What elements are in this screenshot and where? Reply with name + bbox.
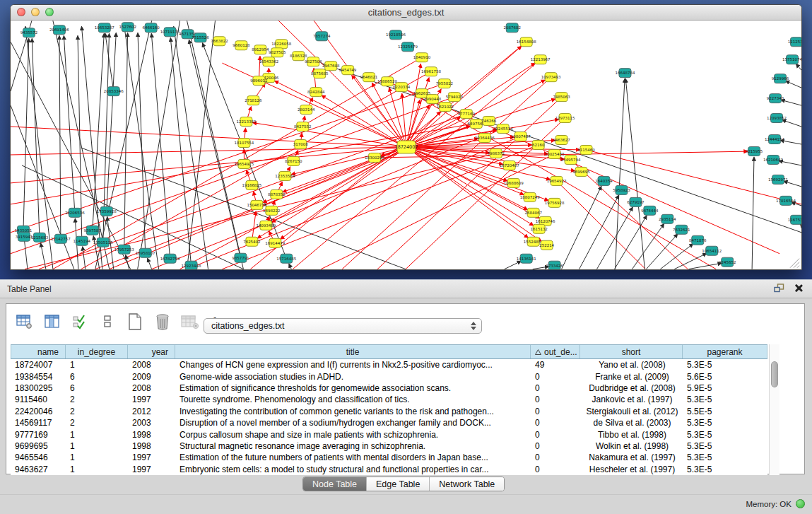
graph-node-15692971[interactable]: 15692971 — [768, 175, 788, 184]
black-edge[interactable] — [625, 78, 645, 269]
table-cell[interactable]: 18300295 — [11, 383, 66, 393]
graph-node-8878352[interactable]: 8878352 — [268, 189, 285, 199]
red-edge[interactable] — [372, 83, 406, 147]
table-cell[interactable]: 14569117 — [11, 418, 66, 428]
column-header-year[interactable]: year — [128, 345, 175, 358]
table-cell[interactable]: 1 — [66, 452, 128, 462]
table-cell[interactable]: 9463627 — [11, 465, 66, 474]
graph-node-9227343[interactable]: 9227343 — [767, 94, 784, 103]
column-header-outde[interactable]: out_de... — [531, 345, 580, 358]
red-edge[interactable] — [557, 181, 646, 269]
table-vertical-scrollbar[interactable] — [769, 344, 779, 475]
table-cell[interactable]: 9699695 — [11, 441, 66, 451]
graph-node-12923448[interactable]: 12923448 — [182, 261, 201, 269]
black-edge[interactable] — [784, 181, 801, 187]
table-cell[interactable]: Embryonic stem cells: a model to study s… — [175, 465, 531, 474]
graph-node-7632621[interactable]: 7632621 — [673, 225, 690, 234]
float-panel-icon[interactable] — [774, 284, 784, 293]
graph-node-8912954[interactable]: 8912954 — [252, 45, 269, 54]
graph-node-18226058[interactable]: 18226058 — [271, 40, 291, 49]
table-cell[interactable]: 5.3E-5 — [683, 418, 767, 428]
table-cell[interactable]: Stergiakouli et al. (2012) — [580, 407, 683, 416]
graph-node-9435572[interactable]: 9435572 — [20, 28, 37, 37]
table-cell[interactable]: 2008 — [128, 360, 175, 370]
table-cell[interactable]: 0 — [531, 407, 580, 416]
black-edge[interactable] — [781, 100, 801, 105]
graph-node-1112534[interactable]: 1112534 — [788, 37, 801, 47]
graph-node-10807487[interactable]: 10807487 — [511, 132, 531, 141]
graph-node-16961758[interactable]: 16961758 — [421, 67, 441, 76]
tab-node-table[interactable]: Node Table — [303, 477, 367, 491]
graph-node-18107554[interactable]: 18107554 — [234, 139, 254, 148]
graph-node-15716485[interactable]: 15716485 — [276, 254, 296, 263]
graph-node-23495794[interactable]: 23495794 — [561, 155, 581, 164]
table-cell[interactable]: 0 — [531, 430, 580, 440]
graph-node-2718126[interactable]: 2718126 — [245, 96, 262, 105]
red-edge[interactable] — [11, 147, 406, 155]
graph-node-6279197[interactable]: 6279197 — [627, 197, 645, 206]
memory-status-indicator[interactable] — [796, 499, 805, 508]
table-cell[interactable]: 5.5E-5 — [683, 407, 767, 416]
red-edge[interactable] — [11, 147, 406, 183]
table-cell[interactable]: 0 — [531, 395, 580, 404]
graph-node-1621022[interactable]: 1621022 — [437, 103, 454, 112]
table-cell[interactable]: Investigating the contribution of common… — [175, 407, 531, 416]
table-row[interactable]: 1872400712008Changes of HCN gene express… — [11, 359, 767, 370]
table-cell[interactable]: 9777169 — [11, 430, 66, 440]
table-cell[interactable]: 49 — [531, 360, 580, 370]
graph-node-12973115[interactable]: 12973115 — [555, 114, 575, 123]
graph-node-252214[interactable]: 252214 — [539, 240, 554, 250]
graph-node-1215683[interactable]: 1215683 — [31, 233, 49, 242]
graph-node-1733426[interactable]: 1733426 — [546, 261, 563, 269]
graph-node-9646821[interactable]: 9646821 — [360, 73, 377, 82]
table-cell[interactable]: 2003 — [128, 418, 175, 428]
network-view-canvas[interactable]: 1872400718409101696175879558121962615199… — [11, 21, 801, 269]
table-row[interactable]: 1830029562008Estimation of significance … — [11, 382, 767, 394]
table-cell[interactable]: 0 — [531, 441, 580, 451]
table-cell[interactable]: 5.6E-5 — [683, 372, 767, 382]
column-header-indegree[interactable]: in_degree — [66, 345, 128, 358]
graph-node-317008[interactable]: 317008 — [293, 140, 308, 149]
graph-node-16154808[interactable]: 16154808 — [517, 37, 536, 47]
table-cell[interactable]: 2009 — [128, 372, 175, 382]
table-cell[interactable]: 1 — [66, 441, 128, 451]
table-cell[interactable]: 6 — [66, 383, 128, 393]
graph-node-12213967[interactable]: 12213967 — [531, 55, 551, 64]
graph-node-2087682[interactable]: 2087682 — [504, 23, 521, 33]
table-cell[interactable]: 1 — [66, 465, 128, 474]
table-row[interactable]: 946362711997Embryonic stem cells: a mode… — [11, 464, 767, 475]
graph-node-9474444[interactable]: 9474444 — [641, 206, 659, 215]
table-cell[interactable]: 6 — [66, 372, 128, 382]
table-cell[interactable]: de Silva et al. (2003) — [580, 418, 683, 428]
black-edge[interactable] — [138, 21, 180, 269]
graph-node-16648784[interactable]: 16648784 — [615, 69, 635, 78]
graph-node-16782759[interactable]: 16782759 — [160, 254, 180, 263]
black-edge[interactable] — [646, 234, 678, 269]
graph-node-18807249[interactable]: 18807249 — [520, 192, 540, 201]
graph-node-10653287[interactable]: 10653287 — [95, 23, 114, 33]
column-header-name[interactable]: name — [11, 345, 66, 358]
table-row[interactable]: 977716911998Corpus callosum shape and si… — [11, 428, 767, 440]
table-body[interactable]: 1872400712008Changes of HCN gene express… — [11, 359, 767, 475]
black-edge[interactable] — [579, 195, 619, 269]
table-select-dropdown[interactable]: citations_edges.txt — [204, 318, 482, 334]
red-edge[interactable] — [152, 129, 503, 269]
graph-node-7663822[interactable]: 7663822 — [211, 37, 228, 46]
graph-node-9245652[interactable]: 9245652 — [719, 257, 736, 267]
graph-node-8267150[interactable]: 8267150 — [285, 156, 302, 165]
table-cell[interactable]: 1997 — [128, 395, 175, 404]
table-cell[interactable]: 9115460 — [11, 395, 66, 404]
graph-node-17016504[interactable]: 17016504 — [776, 196, 796, 205]
table-cell[interactable]: 5.9E-5 — [683, 383, 767, 393]
table-cell[interactable]: 2012 — [128, 407, 175, 416]
graph-node-8242844[interactable]: 8242844 — [307, 88, 325, 97]
table-cell[interactable]: Changes of HCN gene expression and I(f) … — [175, 360, 531, 370]
graph-node-19756928[interactable]: 19756928 — [545, 198, 565, 207]
table-cell[interactable]: 1997 — [128, 465, 175, 474]
black-edge[interactable] — [83, 247, 86, 269]
black-edge[interactable] — [505, 261, 522, 269]
graph-node-7625402[interactable]: 7625402 — [243, 237, 260, 246]
black-edge[interactable] — [189, 40, 240, 258]
black-edge[interactable] — [782, 120, 801, 127]
graph-node-1840910[interactable]: 1840910 — [413, 53, 431, 62]
